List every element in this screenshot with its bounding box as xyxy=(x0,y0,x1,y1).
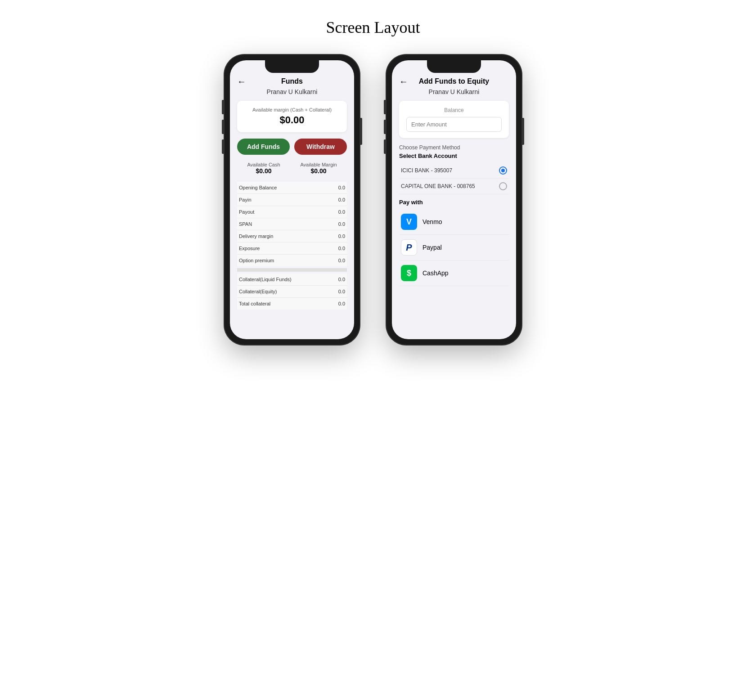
row-value: 0.0 xyxy=(338,185,345,190)
row-value: 0.0 xyxy=(338,233,345,239)
venmo-logo: V xyxy=(401,214,417,230)
cash-margin-row: Available Cash $0.00 Available Margin $0… xyxy=(237,162,347,175)
cashapp-label: CashApp xyxy=(422,269,449,277)
phone-frame-1: ← Funds Pranav U Kulkarni Available marg… xyxy=(225,55,360,345)
row-value: 0.0 xyxy=(338,209,345,215)
row-value: 0.0 xyxy=(338,277,345,282)
balance-card: Available margin (Cash + Collateral) $0.… xyxy=(237,101,347,132)
pay-option-paypal[interactable]: PPaypal xyxy=(399,235,509,260)
radio-selected-icon xyxy=(499,166,507,175)
balance-input-card: Balance xyxy=(399,101,509,138)
venmo-label: Venmo xyxy=(422,218,442,225)
screen1-title: Funds xyxy=(281,77,303,85)
withdraw-button[interactable]: Withdraw xyxy=(294,139,347,155)
screen1-content: Pranav U Kulkarni Available margin (Cash… xyxy=(230,88,354,319)
bank-options: ICICI BANK - 395007CAPITAL ONE BANK - 00… xyxy=(399,163,509,194)
page-title: Screen Layout xyxy=(326,18,420,37)
table-row: Opening Balance0.0 xyxy=(237,182,347,194)
add-funds-button[interactable]: Add Funds xyxy=(237,139,290,155)
screen1-header: ← Funds xyxy=(230,73,354,88)
screen2-header: ← Add Funds to Equity xyxy=(392,73,516,88)
table-row: Delivery margin0.0 xyxy=(237,230,347,242)
margin-label: Available Margin xyxy=(300,162,337,167)
row-value: 0.0 xyxy=(338,197,345,202)
back-button-2[interactable]: ← xyxy=(399,76,408,87)
pay-option-venmo[interactable]: VVenmo xyxy=(399,209,509,235)
phone-inner-2: ← Add Funds to Equity Pranav U Kulkarni … xyxy=(392,60,516,339)
bank-section-title: Select Bank Account xyxy=(399,153,509,159)
margin-value: $0.00 xyxy=(300,167,337,175)
pay-with-label: Pay with xyxy=(399,199,509,206)
table-section-2: Collateral(Liquid Funds)0.0Collateral(Eq… xyxy=(237,274,347,310)
balance-input-label: Balance xyxy=(406,107,502,113)
radio-unselected-icon xyxy=(499,182,507,190)
row-label: Delivery margin xyxy=(239,233,273,239)
action-buttons: Add Funds Withdraw xyxy=(237,139,347,155)
bank-name: ICICI BANK - 395007 xyxy=(401,167,452,174)
row-label: Payout xyxy=(239,209,254,215)
margin-item: Available Margin $0.00 xyxy=(300,162,337,175)
row-label: Opening Balance xyxy=(239,185,277,190)
paypal-logo: P xyxy=(401,239,417,256)
venmo-icon: V xyxy=(406,217,412,227)
row-value: 0.0 xyxy=(338,289,345,294)
table-row: Exposure0.0 xyxy=(237,242,347,255)
bank-name: CAPITAL ONE BANK - 008765 xyxy=(401,183,475,189)
table-row: Collateral(Equity)0.0 xyxy=(237,286,347,298)
table-row: Total collateral0.0 xyxy=(237,298,347,310)
table-row: Payout0.0 xyxy=(237,206,347,218)
row-value: 0.0 xyxy=(338,258,345,263)
table-row: Collateral(Liquid Funds)0.0 xyxy=(237,274,347,286)
row-label: SPAN xyxy=(239,221,252,227)
notch-2 xyxy=(427,60,481,73)
notch-1 xyxy=(265,60,319,73)
cash-value: $0.00 xyxy=(247,167,280,175)
payment-method-label: Choose Payment Method xyxy=(399,144,509,151)
screens-container: ← Funds Pranav U Kulkarni Available marg… xyxy=(225,55,521,345)
row-label: Collateral(Equity) xyxy=(239,289,277,294)
screen1-subtitle: Pranav U Kulkarni xyxy=(237,88,347,95)
bank-option[interactable]: ICICI BANK - 395007 xyxy=(399,163,509,179)
row-label: Payin xyxy=(239,197,252,202)
balance-card-amount: $0.00 xyxy=(244,114,340,126)
phone-frame-2: ← Add Funds to Equity Pranav U Kulkarni … xyxy=(386,55,521,345)
back-button-1[interactable]: ← xyxy=(237,76,246,87)
cash-item: Available Cash $0.00 xyxy=(247,162,280,175)
screen2-content: Pranav U Kulkarni Balance Choose Payment… xyxy=(392,88,516,295)
section-divider xyxy=(237,268,347,272)
pay-options: VVenmoPPaypal$CashApp xyxy=(399,209,509,286)
table-row: Option premium0.0 xyxy=(237,255,347,266)
row-label: Total collateral xyxy=(239,301,270,306)
amount-input[interactable] xyxy=(406,117,502,132)
row-value: 0.0 xyxy=(338,221,345,227)
phone-inner-1: ← Funds Pranav U Kulkarni Available marg… xyxy=(230,60,354,339)
row-label: Option premium xyxy=(239,258,274,263)
cashapp-logo: $ xyxy=(401,265,417,281)
cash-label: Available Cash xyxy=(247,162,280,167)
bank-option[interactable]: CAPITAL ONE BANK - 008765 xyxy=(399,179,509,194)
pay-option-cashapp[interactable]: $CashApp xyxy=(399,260,509,286)
row-value: 0.0 xyxy=(338,301,345,306)
paypal-label: Paypal xyxy=(422,244,442,251)
table-row: Payin0.0 xyxy=(237,194,347,206)
table-section-1: Opening Balance0.0Payin0.0Payout0.0SPAN0… xyxy=(237,182,347,266)
row-label: Exposure xyxy=(239,246,260,251)
paypal-icon: P xyxy=(406,242,412,253)
balance-card-label: Available margin (Cash + Collateral) xyxy=(244,107,340,112)
screen2-subtitle: Pranav U Kulkarni xyxy=(399,88,509,95)
row-value: 0.0 xyxy=(338,246,345,251)
cashapp-icon: $ xyxy=(407,269,411,278)
table-row: SPAN0.0 xyxy=(237,218,347,230)
row-label: Collateral(Liquid Funds) xyxy=(239,277,292,282)
screen2-title: Add Funds to Equity xyxy=(419,77,489,85)
